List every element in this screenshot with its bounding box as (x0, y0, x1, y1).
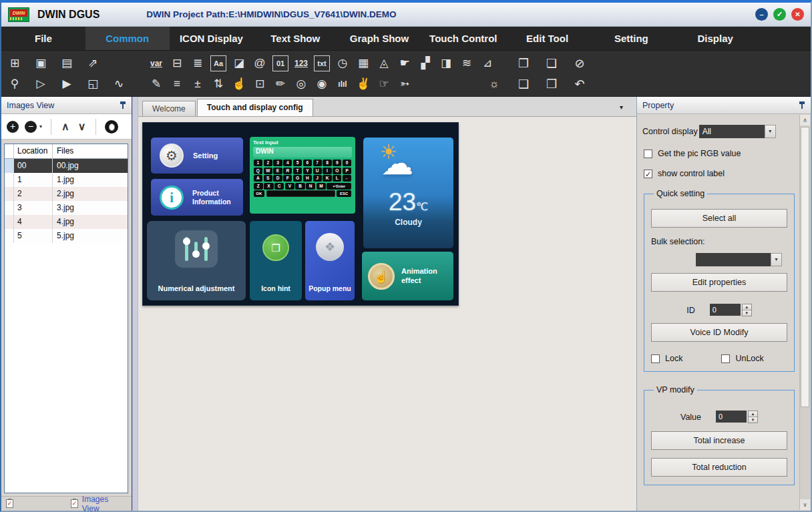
key-n[interactable]: N (306, 183, 315, 190)
disk-search-icon[interactable]: ◉ (314, 75, 330, 93)
touch-form-icon[interactable]: ☛ (397, 55, 413, 72)
image-row-3[interactable]: 33.jpg (5, 201, 128, 215)
menu-item-setting[interactable]: Setting (589, 27, 673, 50)
key-5[interactable]: 5 (293, 160, 302, 166)
key-c[interactable]: C (274, 183, 284, 190)
key-v[interactable]: V (285, 183, 294, 190)
drag-gesture-icon[interactable]: ➳ (397, 75, 413, 93)
text-edit-icon[interactable]: ◎ (293, 75, 309, 93)
key-x[interactable]: X (264, 183, 273, 190)
pencil-icon[interactable]: ✏ (272, 75, 288, 93)
pin-icon[interactable] (799, 101, 805, 109)
brightness-icon[interactable]: ☼ (486, 75, 502, 93)
move-down-icon[interactable]: ∨ (77, 120, 87, 133)
key-k[interactable]: K (323, 175, 331, 182)
get-rgb-checkbox[interactable]: Get the pic RGB value (644, 149, 796, 158)
key-g[interactable]: G (293, 175, 302, 182)
image-row-00[interactable]: 0000.jpg (5, 159, 128, 173)
remove-image-icon[interactable]: − (25, 121, 37, 133)
key-9[interactable]: 9 (333, 160, 341, 166)
number-display-icon[interactable]: 123 (293, 55, 309, 72)
key-z[interactable]: Z (254, 183, 263, 190)
copy-page-icon[interactable]: ❑ (516, 75, 532, 93)
key-f[interactable]: F (283, 175, 292, 182)
new-file-icon[interactable]: ⊞ (7, 55, 23, 72)
spin-down-icon[interactable]: ▼ (743, 310, 751, 316)
key-s[interactable]: S (264, 175, 272, 182)
scroll-up-icon[interactable]: ∧ (800, 115, 810, 125)
tile-product-information[interactable]: i Product Information (151, 179, 243, 216)
control-display-dropdown-icon[interactable]: ▾ (765, 125, 776, 138)
key-p[interactable]: P (343, 168, 351, 174)
key-u[interactable]: U (313, 168, 322, 174)
key-t[interactable]: T (293, 168, 302, 174)
play-icon[interactable]: ▷ (33, 75, 49, 93)
video-play-icon[interactable]: ▶ (59, 75, 75, 93)
preview-eye-icon[interactable] (105, 120, 118, 134)
key-0[interactable]: 0 (343, 160, 351, 166)
key-w[interactable]: W (264, 168, 272, 174)
image-display-icon[interactable]: ◪ (231, 55, 247, 72)
qr-code-icon[interactable]: ▞ (417, 55, 433, 72)
trend-chart-icon[interactable]: ⊿ (479, 55, 495, 72)
paste-icon[interactable]: ❏ (544, 55, 560, 72)
clock-icon[interactable]: ◷ (335, 55, 351, 72)
move-up-icon[interactable]: ∧ (60, 120, 71, 133)
menu-item-common[interactable]: Common (85, 27, 170, 50)
list-icon[interactable]: ≡ (169, 75, 185, 93)
key-[interactable]: ← (343, 175, 351, 182)
table-edit-icon[interactable]: ⊡ (252, 75, 268, 93)
pin-icon[interactable] (120, 101, 126, 109)
rtc-display-icon[interactable]: @ (252, 55, 268, 72)
spin-down-icon[interactable]: ▼ (749, 417, 757, 423)
key-1[interactable]: 1 (254, 160, 262, 166)
key-6[interactable]: 6 (303, 160, 312, 166)
total-increase-button[interactable]: Total increase (651, 431, 787, 450)
rotate-gesture-icon[interactable]: ✌ (355, 75, 371, 93)
key-e[interactable]: E (273, 168, 282, 174)
delete-icon[interactable]: ⊘ (572, 55, 588, 72)
key-q[interactable]: Q (254, 168, 262, 174)
tab-touch-and-display-config[interactable]: Touch and display config (197, 99, 313, 116)
calendar-icon[interactable]: ▦ (355, 55, 371, 72)
key-y[interactable]: Y (303, 168, 312, 174)
touch-press-icon[interactable]: ☝ (231, 75, 247, 93)
key-7[interactable]: 7 (313, 160, 322, 166)
paste-page-icon[interactable]: ❒ (544, 75, 560, 93)
key-h[interactable]: H (303, 175, 312, 182)
key-a[interactable]: A (254, 175, 262, 182)
key-enter[interactable]: ↵Enter (327, 183, 351, 190)
save-icon[interactable]: ▣ (33, 55, 49, 72)
panel-tab-hidden[interactable]: ✓ (6, 499, 56, 508)
tile-animation-effect[interactable]: ☝ Animation effect (362, 252, 453, 300)
slide-gesture-icon[interactable]: ☞ (376, 75, 392, 93)
bulk-selection-dropdown-icon[interactable]: ▾ (771, 253, 782, 266)
key-3[interactable]: 3 (273, 160, 282, 166)
print-icon[interactable]: ▤ (59, 55, 75, 72)
data-stack-icon[interactable]: ≋ (459, 55, 475, 72)
value-spinner[interactable]: 0 ▲▼ (716, 411, 758, 423)
curve-icon[interactable]: ∿ (111, 75, 127, 93)
menu-item-display[interactable]: Display (673, 27, 757, 50)
key-j[interactable]: J (313, 175, 322, 182)
add-image-icon[interactable]: + (7, 121, 19, 133)
show-control-label-checkbox[interactable]: ✓ show control label (644, 169, 796, 178)
audio-icon[interactable]: ılıl (335, 75, 351, 93)
select-all-button[interactable]: Select all (651, 209, 787, 228)
tile-text-input[interactable]: Text Input DWIN 1234567890QWERTYUIOPASDF… (250, 137, 355, 214)
key-i[interactable]: I (323, 168, 331, 174)
image-row-5[interactable]: 55.jpg (5, 229, 128, 243)
undo-icon[interactable]: ↶ (572, 75, 588, 93)
find-file-icon[interactable]: ⚲ (7, 75, 23, 93)
keyboard-input-strip[interactable] (266, 190, 335, 197)
text-display-icon[interactable]: Aa (210, 55, 226, 71)
image-row-2[interactable]: 22.jpg (5, 187, 128, 201)
frame-icon[interactable]: ⊟ (169, 55, 185, 72)
id-spinner[interactable]: 0 ▲▼ (710, 304, 752, 316)
tile-popup-menu[interactable]: ❖ Popup menu (305, 221, 355, 300)
confirm-button[interactable]: ✓ (773, 8, 786, 21)
scrollbar-thumb[interactable] (801, 127, 809, 407)
lock-checkbox[interactable]: Lock (651, 354, 682, 363)
menu-item-edit-tool[interactable]: Edit Tool (505, 27, 590, 50)
bulk-selection-select[interactable] (696, 253, 771, 266)
